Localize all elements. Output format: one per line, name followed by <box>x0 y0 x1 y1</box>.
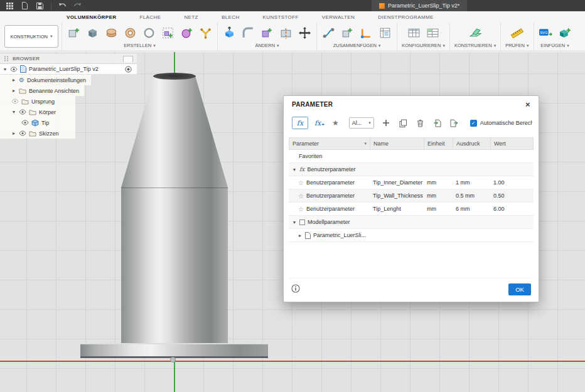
new-component-icon[interactable] <box>67 26 81 40</box>
tab-verwalten[interactable]: VERWALTEN <box>322 14 355 20</box>
hole-icon[interactable] <box>142 26 156 40</box>
model-base-flange[interactable] <box>80 343 268 358</box>
undo-icon[interactable] <box>58 2 67 10</box>
name-cell[interactable]: Tip_Lenght <box>370 206 424 212</box>
coil-icon[interactable] <box>123 26 137 40</box>
joint-origin-icon[interactable] <box>359 26 373 40</box>
browser-item-benannte-ansichten[interactable]: ▸ Benannte Ansichten <box>0 85 84 96</box>
pipe-icon[interactable] <box>198 26 213 40</box>
tab-kunststoff[interactable]: KUNSTSTOFF <box>263 14 299 20</box>
chevron-down-icon[interactable]: ▾ <box>11 109 16 115</box>
tab-dienstprogramme[interactable]: DIENSTPROGRAMME <box>378 14 434 20</box>
configuration-table-icon[interactable] <box>426 26 440 40</box>
user-parameter-group-row[interactable]: ▾ fx Benutzerparameter <box>289 163 534 176</box>
browser-item-skizzen[interactable]: ▸ Skizzen <box>0 128 75 139</box>
visibility-eye-icon[interactable] <box>19 130 26 136</box>
favorite-star-icon[interactable]: ☆ <box>292 179 304 186</box>
chevron-right-icon[interactable]: ▸ <box>11 88 16 93</box>
parameter-row-tip-lenght[interactable]: ☆ Benutzerparameter Tip_Lenght mm 6 mm 6… <box>289 203 534 216</box>
export-csv-icon[interactable] <box>449 119 459 128</box>
user-parameter-filter-button[interactable]: fx <box>292 117 308 129</box>
browser-item-koerper[interactable]: ▾ Körper <box>0 107 75 117</box>
joint-icon[interactable] <box>321 26 336 40</box>
browser-collapse-tab[interactable] <box>123 56 133 62</box>
name-cell[interactable]: Tip_Inner_Diameter <box>370 179 424 186</box>
copy-parameter-icon[interactable] <box>399 119 408 128</box>
activate-component-radio[interactable] <box>125 66 132 73</box>
chevron-down-icon[interactable]: ▾ <box>292 220 297 225</box>
split-body-icon[interactable] <box>279 26 293 40</box>
visibility-eye-off-icon[interactable] <box>11 98 19 104</box>
chevron-down-icon[interactable]: ▾ <box>292 167 297 172</box>
expression-cell[interactable]: 6 mm <box>453 206 490 212</box>
group-konstruieren-dropdown[interactable]: KONSTRUIEREN ▾ <box>454 43 496 48</box>
auto-compute-checkbox[interactable]: ✓ Automatische Berech <box>470 120 532 127</box>
construction-plane-icon[interactable] <box>468 26 483 40</box>
favorite-star-icon[interactable]: ☆ <box>292 193 304 199</box>
document-tab[interactable]: Parametric_LuerSlip_Tip v2* <box>372 0 467 11</box>
group-erstellen-dropdown[interactable]: ERSTELLEN ▾ <box>124 43 155 48</box>
fillet-icon[interactable] <box>241 26 255 40</box>
model-child-row[interactable]: ▸ Parametric_LuerSli... <box>289 229 534 242</box>
delete-parameter-icon[interactable] <box>416 119 425 128</box>
favorite-star-icon[interactable]: ☆ <box>292 206 304 213</box>
redo-icon[interactable] <box>73 2 82 10</box>
browser-root-row[interactable]: ▾ Parametric_LuerSlip_Tip v2 <box>0 64 137 75</box>
info-icon[interactable] <box>291 284 300 295</box>
group-konfigurieren-dropdown[interactable]: KONFIGURIEREN ▾ <box>402 43 445 48</box>
model-cylinder-section[interactable] <box>121 188 228 343</box>
save-icon[interactable] <box>36 2 44 10</box>
column-header-wert[interactable]: Wert <box>491 138 523 149</box>
pattern-icon[interactable] <box>161 26 175 40</box>
tab-volumenkoerper[interactable]: VOLUMENKÖRPER <box>67 14 116 20</box>
ok-button[interactable]: OK <box>508 283 531 295</box>
close-icon[interactable]: × <box>525 100 530 109</box>
workspace-selector[interactable]: KONSTRUKTION ▾ <box>4 25 58 48</box>
model-cone-section[interactable] <box>121 76 228 188</box>
group-zusammenfuegen-dropdown[interactable]: ZUSAMMENFÜGEN ▾ <box>333 43 381 48</box>
parameter-row-tip-inner-diameter[interactable]: ☆ Benutzerparameter Tip_Inner_Diameter m… <box>289 176 534 189</box>
tab-netz[interactable]: NETZ <box>184 14 198 20</box>
chevron-right-icon[interactable]: ▸ <box>11 130 16 136</box>
visibility-eye-icon[interactable] <box>10 66 18 72</box>
file-icon[interactable] <box>21 2 29 10</box>
dialog-titlebar[interactable]: PARAMETER × <box>284 96 539 112</box>
column-header-einheit[interactable]: Einheit <box>424 138 453 149</box>
visibility-eye-icon[interactable] <box>19 109 26 115</box>
configure-icon[interactable] <box>407 26 421 40</box>
chevron-right-icon[interactable]: ▸ <box>11 77 16 83</box>
chevron-down-icon[interactable]: ▾ <box>3 66 8 72</box>
chevron-right-icon[interactable]: ▸ <box>298 233 303 238</box>
group-aendern-dropdown[interactable]: ÄNDERN ▾ <box>255 43 279 48</box>
import-csv-icon[interactable] <box>432 119 442 128</box>
group-pruefen-dropdown[interactable]: PRÜFEN ▾ <box>505 43 529 48</box>
as-built-joint-icon[interactable] <box>340 26 355 40</box>
favorites-filter-icon[interactable]: ★ <box>332 119 339 127</box>
form-icon[interactable] <box>180 26 194 40</box>
expression-cell[interactable]: 1 mm <box>453 179 490 186</box>
revolve-icon[interactable] <box>104 26 119 40</box>
origin-point[interactable] <box>170 357 176 363</box>
browser-item-tip-body[interactable]: Tip <box>0 117 75 128</box>
insert-svg-icon[interactable]: SVG <box>539 26 553 40</box>
expression-cell[interactable]: 0.5 mm <box>453 193 490 199</box>
model-parameter-group-row[interactable]: ▾ Modellparameter <box>289 216 534 229</box>
combine-icon[interactable] <box>260 26 274 40</box>
column-header-name[interactable]: Name <box>370 138 424 149</box>
move-icon[interactable] <box>298 26 312 40</box>
favorites-row[interactable]: Favoriten <box>289 150 534 163</box>
visibility-eye-icon[interactable] <box>21 120 29 125</box>
group-einfuegen-dropdown[interactable]: EINFÜGEN ▾ <box>540 43 569 48</box>
name-cell[interactable]: Tip_Wall_Thickness <box>370 193 424 199</box>
insert-mesh-icon[interactable] <box>557 26 572 40</box>
measure-icon[interactable] <box>510 26 524 40</box>
tab-blech[interactable]: BLECH <box>222 14 240 20</box>
column-header-parameter[interactable]: Parameter ▾ <box>289 138 370 149</box>
browser-header[interactable]: BROWSER <box>0 54 137 64</box>
add-parameter-icon[interactable] <box>382 119 391 128</box>
press-pull-icon[interactable] <box>222 26 237 40</box>
add-user-parameter-icon[interactable]: fx+ <box>314 119 325 127</box>
column-header-ausdruck[interactable]: Ausdruck <box>453 138 491 149</box>
extrude-icon[interactable] <box>85 26 100 40</box>
tab-flaeche[interactable]: FLÄCHE <box>139 14 161 20</box>
